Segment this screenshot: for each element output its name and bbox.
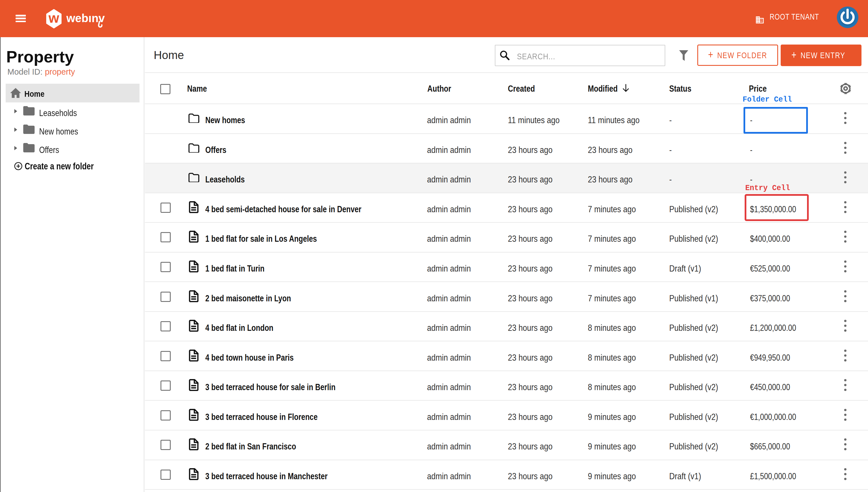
svg-text:w: w bbox=[48, 10, 59, 26]
